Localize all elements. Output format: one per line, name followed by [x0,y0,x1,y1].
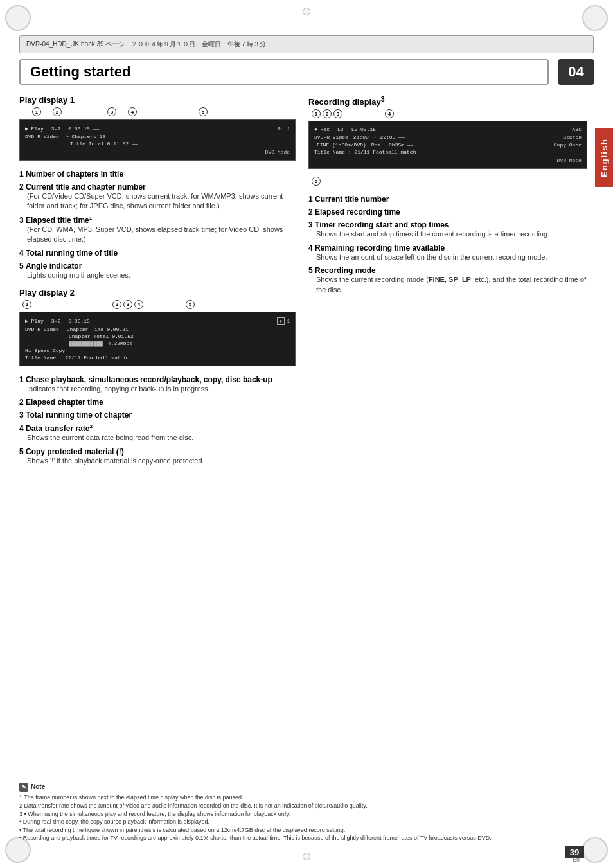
pd2-item-5: 5 Copy protected material (!) Shows '!' … [19,447,296,466]
d1-angle-num: ↑ [287,126,290,131]
rec-display-num-labels: 1 2 3 4 [312,109,394,118]
pd1-item-4: 4 Total running time of title [19,249,296,258]
rec-stereo: Stereo [563,134,582,140]
rec-l3: L3 [337,127,344,132]
rec-dot: ● Rec [314,127,330,132]
d1-type: DVD-R Video [25,134,59,139]
header-file-info: DVR-04_HDD_UK.book 39 ページ ２００４年９月１０日 金曜日… [26,40,266,49]
note-icon: ✎ [19,783,28,792]
rd-item-1: 1 Current title number [308,195,587,204]
note-item-3: 3 • When using the simultaneous play and… [19,810,587,819]
pd1-item-3: 3 Elapsed title time1 (For CD, WMA, MP3,… [19,215,296,245]
chapter-badge: 04 [558,59,594,85]
right-column: Recording display3 1 2 3 4 ● Rec L3 L0.0… [308,95,587,299]
num-label-1: 1 [32,107,41,116]
dvd-display-1-inner: ▶ Play 3–2 0.00.15 —— ⊕ ↑ DVD-R Video └ … [25,125,290,146]
rec-num-label-5: 5 [312,177,321,186]
rec-row4: Title Name : 21/11 Football match [314,149,582,155]
note-label: Note [31,783,45,792]
rd-item3-title: Timer recording start and stop times [315,220,449,229]
display1-num-labels: 1 2 3 4 5 [32,107,208,116]
rd-item-3: 3 Timer recording start and stop times S… [308,220,587,239]
pd2-item3-title: Total running time of chapter [26,411,132,420]
rec-num-label-3: 3 [333,109,342,118]
display1-row3: Title Total 0.11.52 —— [25,141,290,146]
play-display-2-heading: Play display 2 [19,288,75,297]
d2-time: 0.00.15 [68,318,90,324]
play-display-1-diagram: 1 2 3 4 5 ▶ Play 3–2 0.00.15 —— ⊕ ↑ [19,119,296,161]
rd-item3-body: Shows the start and stop times if the cu… [316,229,587,239]
page-title: Getting started [30,64,130,80]
rec-row1: ● Rec L3 L0.00.15 —— ABC [314,127,582,132]
display2-row6: Title Name : 21/11 Football match [25,355,290,360]
rec-display-inner: ● Rec L3 L0.00.15 —— ABC DVD-R Video 21:… [314,127,582,155]
recording-display-items: 1 Current title number 2 Elapsed recordi… [308,195,587,295]
note-item-1: 1 The frame number is shown next to the … [19,793,587,802]
d2-track: 3–2 [51,318,60,324]
display2-row1: ▶ Play 3–2 0.00.15 ⊕ 1 [25,317,290,325]
rd-item4-body: Shows the amount of space left on the di… [316,252,587,262]
pd1-item-5: 5 Angle indicator Lights during multi-an… [19,261,296,280]
display2-row3: Chapter Total 0.01.52 [25,333,290,339]
note-item-6: • Recording and playback times for TV re… [19,834,587,842]
page-number-text: 39 [570,847,579,857]
d1-chapters: 3–2 [51,126,60,132]
d2-type: DVD-R Video [25,326,59,332]
d1-play: ▶ Play [25,126,44,132]
d1-time: 0.00.15 —— [68,126,99,132]
pd2-item-2: 2 Elapsed chapter time [19,398,296,407]
d1-dvd-mode: DVD Mode [25,149,290,155]
recording-display-heading: Recording display3 [308,97,385,107]
pd1-item2-body: (For CD/Video CD/Super VCD, shows curren… [27,191,296,211]
num2-label-1: 1 [22,300,31,309]
note-item-4: • During real-time copy, the copy source… [19,818,587,826]
dvd-display-2: ▶ Play 3–2 0.00.15 ⊕ 1 DVD-R Video Chapt… [19,312,296,366]
rd-item-5: 5 Recording mode Shows the current recor… [308,266,587,295]
d2-hispeed: Hi-Speed Copy [25,348,65,353]
mode-sp: SP [449,276,458,283]
note-item-5: • The total recording time figure shown … [19,826,587,835]
play-display-2-items: 1 Chase playback, simultaneous record/pl… [19,375,296,466]
recording-display-title-section: Recording display3 [308,95,587,107]
pd2-item1-body: Indicates that recording, copying or bac… [27,384,296,394]
num2-label-3: 3 [123,300,132,309]
spacer1 [73,107,96,116]
num2-label-2: 2 [112,300,121,309]
d1-angle-icon: ⊕ [276,125,283,132]
d2-chapter-total: Chapter Total 0.01.52 [69,333,134,339]
left-column: Play display 1 1 2 3 4 5 ▶ Play 3–2 0.00… [19,95,296,470]
display2-row4: ▓▓▓▓▓▓▓▓▓▓▓ 4.32Mbps — [25,341,290,346]
rec-time: L0.00.15 —— [351,127,386,132]
pd1-item5-body: Lights during multi-angle scenes. [27,270,296,280]
play-display-2-title-section: Play display 2 [19,288,296,297]
note-item-2: 2 Data transfer rate shows the amount of… [19,802,587,810]
num2-label-4: 4 [134,300,143,309]
header-bar: DVR-04_HDD_UK.book 39 ページ ２００４年９月１０日 金曜日… [19,35,594,53]
pd1-item-2: 2 Current title and chapter number (For … [19,182,296,211]
rd-item5-title: Recording mode [315,266,376,275]
main-content: Play display 1 1 2 3 4 5 ▶ Play 3–2 0.00… [19,95,587,817]
num-label-2: 2 [53,107,62,116]
footnote-1: 1 [89,215,92,221]
note-title: ✎ Note [19,783,587,792]
bottom-center-circle [303,853,310,860]
recording-display-diagram: 1 2 3 4 ● Rec L3 L0.00.15 —— ABC DVD-R V… [308,121,587,186]
display2-row5: Hi-Speed Copy [25,348,290,353]
mode-fine: FINE [429,276,445,283]
spacer5 [344,109,383,118]
rec-fine: FINE (1h00m/DVD) [317,142,366,148]
rec-num-label-4: 4 [385,109,394,118]
corner-decoration-tl [5,5,31,31]
pd2-item4-body: Shows the current data rate being read f… [27,433,296,443]
pd2-item2-title: Elapsed chapter time [26,398,103,407]
pd1-item-1: 1 Number of chapters in title [19,170,296,179]
rd-item2-title: Elapsed recording time [315,208,400,217]
display2-row2: DVD-R Video Chapter Time 0.00.21 [25,326,290,332]
pd2-item-4: 4 Data transfer rate2 Shows the current … [19,423,296,443]
rec-copy-once: Copy Once [554,142,582,148]
pd2-item4-title: Data transfer rate2 [26,424,93,433]
pd1-item2-title: Current title and chapter number [26,182,146,191]
d1-title-total: Title Total 0.11.52 —— [70,141,138,146]
footnote-2: 2 [89,423,92,429]
language-label: English [600,138,609,177]
